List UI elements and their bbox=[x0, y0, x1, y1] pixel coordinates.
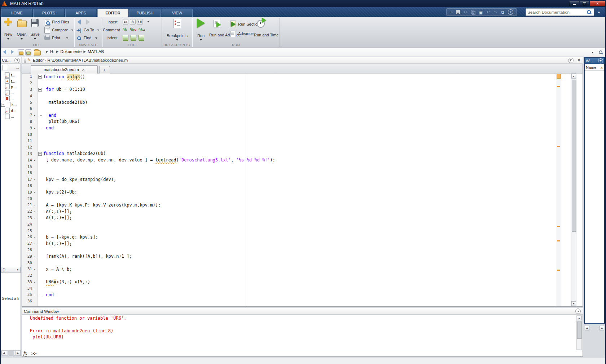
command-prompt[interactable]: >> bbox=[31, 351, 36, 356]
file-item[interactable]: t... bbox=[1, 72, 21, 78]
code-line[interactable]: 19- kpv.s(2)=Ub; bbox=[22, 189, 570, 195]
editor-file-tab[interactable]: matlabcode2neu.m ✕ bbox=[31, 65, 98, 74]
code-line[interactable]: 21- A = [kpv.K kpv.P; kpv.V zeros(kpv.m,… bbox=[22, 202, 570, 208]
insert-section-icon[interactable]: ≡+ bbox=[123, 19, 128, 25]
new-file-icon[interactable] bbox=[3, 65, 7, 70]
indent-left-icon[interactable] bbox=[139, 35, 144, 41]
scroll-right-icon[interactable]: ▶ bbox=[16, 351, 20, 355]
workspace-name-column-header[interactable]: Name bbox=[585, 65, 604, 71]
tab-close-icon[interactable]: ✕ bbox=[82, 68, 85, 72]
code-line[interactable]: 4 bbox=[22, 93, 570, 99]
panel-grip[interactable] bbox=[24, 58, 26, 63]
code-line[interactable]: 29- [rank(A), rank([A,b]), kpv.n+1 ]; bbox=[22, 253, 570, 259]
new-tab-button[interactable]: + bbox=[99, 66, 110, 74]
folder-up-button[interactable] bbox=[18, 49, 24, 56]
file-item[interactable]: ... bbox=[1, 114, 21, 119]
search-documentation-box[interactable] bbox=[526, 8, 594, 16]
code-line[interactable]: 36 bbox=[22, 298, 570, 305]
fold-toggle-icon[interactable] bbox=[37, 74, 43, 80]
back-icon[interactable] bbox=[77, 19, 81, 25]
code-line[interactable]: 15 bbox=[22, 163, 570, 170]
code-line[interactable]: 12 bbox=[22, 144, 570, 151]
expand-icon[interactable]: + bbox=[1, 103, 5, 107]
code-line[interactable]: 23- A(1,:)=[]; bbox=[22, 215, 570, 221]
code-line[interactable]: 34 bbox=[22, 285, 570, 292]
search-icon[interactable] bbox=[587, 10, 591, 14]
editor-close-icon[interactable]: ✕ bbox=[577, 58, 581, 63]
search-input[interactable] bbox=[526, 10, 587, 14]
ribbon-tab-plots[interactable]: PLOTS bbox=[33, 9, 64, 17]
address-back-icon[interactable] bbox=[3, 50, 6, 54]
code-line[interactable]: 3- for Ub = 0:1:10 bbox=[22, 86, 570, 93]
code-line[interactable]: 1function aufg3() bbox=[22, 74, 570, 80]
fold-toggle-icon[interactable] bbox=[37, 151, 43, 157]
code-line[interactable]: 27- b(1,:)=[]; bbox=[22, 240, 570, 247]
file-item[interactable]: +k... bbox=[1, 102, 21, 107]
message-indicator-icon[interactable] bbox=[557, 74, 561, 79]
code-editor[interactable]: 1function aufg3()23- for Ub = 0:1:1045- … bbox=[22, 74, 570, 306]
address-forward-icon[interactable] bbox=[11, 50, 14, 54]
code-line[interactable]: 17- kpv = do_kpv_stamping(dev); bbox=[22, 176, 570, 183]
save-icon[interactable] bbox=[456, 10, 460, 14]
insert-fi-icon[interactable]: f·fi bbox=[137, 19, 143, 25]
redo-icon[interactable]: ↷ bbox=[494, 10, 497, 14]
code-line[interactable]: 13function matlabcode2(Ub) bbox=[22, 151, 570, 157]
editor-vscrollbar[interactable]: ▲ ▼ bbox=[571, 74, 576, 306]
command-window[interactable]: Undefined function or variable 'UR6'.Err… bbox=[22, 315, 583, 350]
code-line[interactable]: 28 bbox=[22, 247, 570, 253]
scroll-thumb[interactable] bbox=[8, 351, 14, 355]
error-link[interactable]: matlabcode2neu bbox=[53, 328, 90, 333]
editor-message-indicator-bar[interactable] bbox=[556, 74, 561, 306]
breadcrumb-item[interactable]: MATLAB bbox=[88, 49, 104, 54]
code-line[interactable]: 5- matlabcode2(Ub) bbox=[22, 99, 570, 106]
code-line[interactable]: 32 bbox=[22, 272, 570, 279]
code-line[interactable]: 14- [ dev.name, dev.np, dev.nn, dev.valu… bbox=[22, 157, 570, 163]
ribbon-tab-publish[interactable]: PUBLISH bbox=[129, 9, 161, 17]
code-line[interactable]: 18 bbox=[22, 183, 570, 189]
workspace-hscrollbar[interactable]: ◀ ▶ bbox=[585, 325, 604, 331]
code-line[interactable]: 30 bbox=[22, 259, 570, 266]
editor-scroll-thumb[interactable] bbox=[572, 80, 576, 232]
command-scroll-thumb[interactable] bbox=[577, 321, 582, 339]
workspace-menu-icon[interactable] bbox=[598, 58, 603, 63]
file-item[interactable]: d... bbox=[1, 107, 21, 113]
warning-marker[interactable] bbox=[557, 240, 560, 241]
code-line[interactable]: 7- end bbox=[22, 112, 570, 119]
command-prompt-row[interactable]: fx >> bbox=[22, 350, 583, 357]
code-line[interactable]: 24 bbox=[22, 221, 570, 227]
code-line[interactable]: 31- x = A \ b; bbox=[22, 266, 570, 272]
editor-menu-icon[interactable] bbox=[568, 58, 574, 63]
code-line[interactable]: 6 bbox=[22, 106, 570, 112]
code-line[interactable]: 20 bbox=[22, 195, 570, 202]
ribbon-tab-apps[interactable]: APPS bbox=[65, 9, 96, 17]
code-line[interactable]: 33- UR6=x(3,:)-x(5,:) bbox=[22, 279, 570, 285]
code-line[interactable]: 25 bbox=[22, 227, 570, 234]
wrap-comments-icon[interactable]: %↵ bbox=[139, 27, 145, 32]
warning-marker[interactable] bbox=[557, 270, 560, 271]
insert-function-icon[interactable]: fx bbox=[130, 19, 136, 25]
scroll-left-icon[interactable]: ◀ bbox=[1, 351, 6, 355]
warning-marker[interactable] bbox=[557, 226, 560, 227]
comment-icon[interactable]: % bbox=[123, 27, 127, 32]
forward-icon[interactable] bbox=[86, 19, 90, 25]
code-line[interactable]: 26- b = [-kpv.q; kpv.s]; bbox=[22, 234, 570, 240]
ribbon-tab-view[interactable]: VIEW bbox=[162, 9, 193, 17]
smart-indent-icon[interactable] bbox=[123, 35, 128, 41]
address-dropdown-icon[interactable] bbox=[592, 52, 594, 53]
copy-icon[interactable] bbox=[471, 10, 475, 14]
code-line[interactable]: 10 bbox=[22, 131, 570, 138]
breadcrumb-item[interactable]: Dokumente bbox=[60, 49, 82, 54]
close-button[interactable]: × bbox=[590, 1, 605, 6]
file-item[interactable]: ... bbox=[1, 90, 21, 96]
warning-marker[interactable] bbox=[557, 86, 560, 87]
ribbon-tab-editor[interactable]: EDITOR bbox=[97, 9, 128, 17]
address-search-icon[interactable] bbox=[599, 50, 602, 54]
ribbon-tab-home[interactable]: HOME bbox=[1, 9, 32, 17]
scroll-down-icon[interactable]: ▼ bbox=[571, 301, 576, 306]
minimize-button[interactable] bbox=[569, 1, 579, 6]
indent-right-icon[interactable] bbox=[131, 35, 136, 41]
code-line[interactable]: 8- plot(Ub,UR6) bbox=[22, 119, 570, 125]
workspace-header[interactable]: W... bbox=[584, 57, 605, 64]
error-link[interactable]: line 8 bbox=[95, 328, 111, 333]
scroll-up-icon[interactable]: ▲ bbox=[571, 74, 576, 79]
